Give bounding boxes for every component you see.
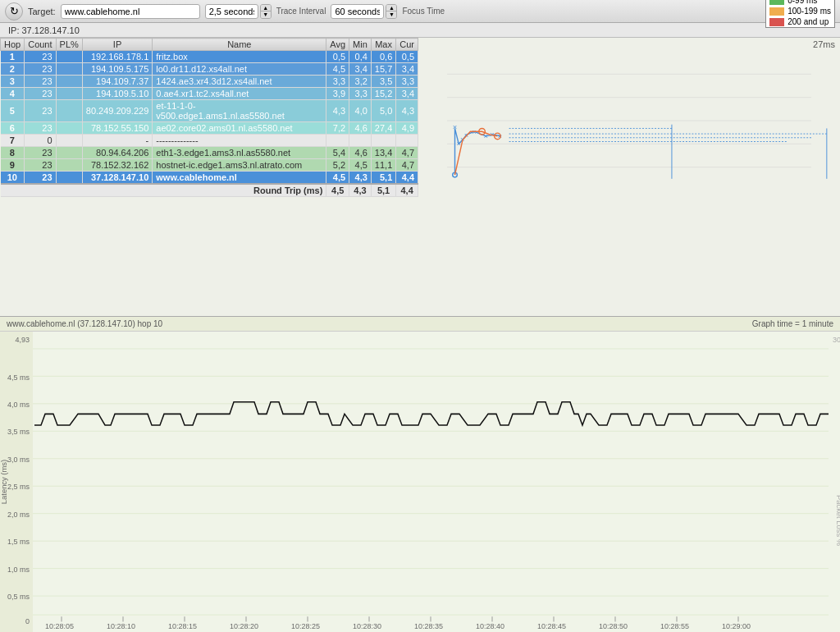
table-row[interactable]: 123192.168.178.1fritz.box0,50,40,60,5 [1,51,418,63]
table-cell: 15,7 [371,63,395,76]
legend-item-good: 0-99 ms [766,0,834,6]
table-cell: 3,3 [349,88,372,100]
table-cell: 27,4 [371,122,395,135]
svg-text:10:28:20: 10:28:20 [230,622,258,630]
table-cell: 3,9 [326,88,349,100]
table-cell: 78.152.55.150 [82,122,152,135]
table-cell [56,122,82,135]
table-cell: 5,0 [371,100,395,122]
table-cell [56,63,82,76]
table-cell: 10 [1,172,25,185]
table-cell: 5,1 [371,172,395,185]
table-cell [56,100,82,122]
col-pl: PL% [56,39,82,51]
table-row[interactable]: 423194.109.5.100.ae4.xr1.tc2.xs4all.net3… [1,88,418,100]
svg-rect-23 [0,332,840,632]
table-cell: 0.ae4.xr1.tc2.xs4all.net [153,88,326,100]
table-cell: 80.94.64.206 [82,147,152,159]
table-row[interactable]: 102337.128.147.10www.cablehome.nl4,54,35… [1,172,418,185]
table-cell: 15,2 [371,88,395,100]
trace-table: Hop Count PL% IP Name Avg Min Max Cur 12… [0,38,418,197]
svg-text:3,0 ms: 3,0 ms [7,456,30,464]
table-row[interactable]: 52380.249.209.229et-11-1-0-v500.edge1.am… [1,100,418,122]
table-cell: 4,6 [349,147,372,159]
ip-label: IP: 37.128.147.10 [8,25,80,35]
legend-item-warn: 100-199 ms [766,6,834,16]
svg-text:2,5 ms: 2,5 ms [7,483,30,491]
table-cell: ae02.core02.ams01.nl.as5580.net [153,122,326,135]
table-cell: 3,5 [371,76,395,88]
trace-interval-down[interactable]: ▼ [261,11,271,17]
table-row[interactable]: 70--------------- [1,135,418,147]
table-cell: eth1-3.edge1.ams3.nl.as5580.net [153,147,326,159]
table-cell: 4,5 [349,159,372,172]
table-cell: 3,4 [349,63,372,76]
svg-text:4,5 ms: 4,5 ms [7,373,30,381]
table-row[interactable]: 82380.94.64.206eth1-3.edge1.ams3.nl.as55… [1,147,418,159]
svg-text:10:28:25: 10:28:25 [291,622,320,630]
col-avg: Avg [326,39,349,51]
trace-interval-spinner[interactable]: ▲ ▼ [260,4,272,19]
table-row[interactable]: 323194.109.7.371424.ae3.xr4.3d12.xs4all.… [1,76,418,88]
col-max: Max [371,39,395,51]
legend-color-bad [769,18,784,26]
table-cell [56,172,82,185]
target-input[interactable] [61,4,200,19]
table-cell: 7,2 [326,122,349,135]
round-trip-label: Round Trip (ms) [1,184,326,197]
table-cell [56,147,82,159]
latency-chart: × × × × × × × × [418,51,840,190]
col-ip: IP [82,39,152,51]
legend-item-bad: 200 and up [766,16,834,27]
table-cell: 7 [1,135,25,147]
rt-avg: 4,5 [326,184,349,197]
focus-time-input[interactable] [331,4,384,19]
table-cell: 4,5 [326,63,349,76]
table-cell: 194.109.5.175 [82,63,152,76]
table-cell: 4,6 [349,122,372,135]
table-cell: 23 [25,88,56,100]
table-row[interactable]: 62378.152.55.150ae02.core02.ams01.nl.as5… [1,122,418,135]
table-row[interactable]: 92378.152.32.162hostnet-ic.edge1.ams3.nl… [1,159,418,172]
svg-text:10:28:15: 10:28:15 [168,622,197,630]
focus-time-spinner[interactable]: ▲ ▼ [386,4,397,19]
table-cell: 4,9 [396,122,418,135]
table-cell: 23 [25,147,56,159]
latency-header: 27ms [418,38,840,51]
table-cell: 11,1 [371,159,395,172]
table-cell: 1424.ae3.xr4.3d12.xs4all.net [153,76,326,88]
trace-interval-input[interactable] [205,4,258,19]
table-cell: 37.128.147.10 [82,172,152,185]
focus-time-label: Focus Time [402,7,445,16]
table-cell [56,159,82,172]
legend-color-warn [769,7,784,16]
table-body: 123192.168.178.1fritz.box0,50,40,60,5223… [1,51,418,197]
trace-interval-up[interactable]: ▲ [261,5,271,11]
svg-text:4,0 ms: 4,0 ms [7,401,30,409]
svg-text:Packet Loss %: Packet Loss % [835,495,840,546]
table-cell: fritz.box [153,51,326,63]
svg-text:10:29:00: 10:29:00 [722,622,751,630]
focus-time-up[interactable]: ▲ [386,5,396,11]
table-cell [371,135,395,147]
svg-text:0,5 ms: 0,5 ms [7,593,30,601]
table-cell [56,88,82,100]
svg-text:Latency (ms): Latency (ms) [0,460,8,504]
col-cur: Cur [396,39,418,51]
table-area: Hop Count PL% IP Name Avg Min Max Cur 12… [0,38,418,354]
refresh-button[interactable]: ↻ [5,2,23,21]
table-row[interactable]: 223194.109.5.175lo0.dr11.d12.xs4all.net4… [1,63,418,76]
focus-time-down[interactable]: ▼ [386,11,396,17]
legend: 0-99 ms 100-199 ms 200 and up [765,0,835,28]
table-cell: 5 [1,100,25,122]
table-cell: 3,3 [326,76,349,88]
table-cell: 23 [25,159,56,172]
refresh-icon: ↻ [10,5,19,17]
svg-text:10:28:45: 10:28:45 [537,622,566,630]
toolbar: ↻ Target: ▲ ▼ Trace Interval ▲ ▼ Focus T… [0,0,840,23]
main-content: Hop Count PL% IP Name Avg Min Max Cur 12… [0,38,840,354]
col-count: Count [25,39,56,51]
legend-label-good: 0-99 ms [788,0,817,5]
table-cell: 4,7 [396,147,418,159]
table-cell: 78.152.32.162 [82,159,152,172]
